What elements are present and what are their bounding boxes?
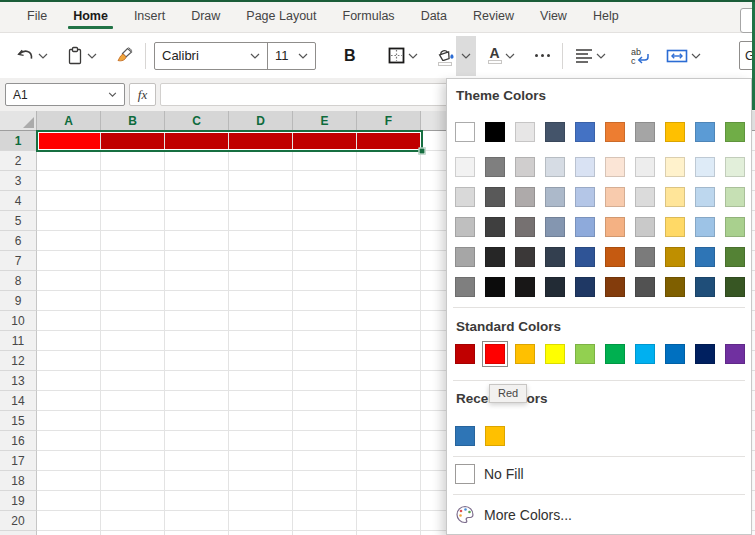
color-swatch-hovered[interactable]	[485, 344, 505, 364]
cell-c21[interactable]	[165, 531, 229, 535]
color-swatch[interactable]	[485, 217, 505, 237]
cell-d2[interactable]	[229, 151, 293, 171]
cell-a10[interactable]	[37, 311, 101, 331]
color-swatch[interactable]	[725, 217, 745, 237]
color-swatch[interactable]	[485, 187, 505, 207]
color-swatch[interactable]	[575, 217, 595, 237]
color-swatch[interactable]	[515, 344, 535, 364]
color-swatch[interactable]	[545, 122, 565, 142]
chevron-down-icon[interactable]	[108, 92, 117, 97]
color-swatch[interactable]	[485, 157, 505, 177]
cell-b12[interactable]	[101, 351, 165, 371]
tab-data[interactable]: Data	[408, 0, 460, 32]
cell-d10[interactable]	[229, 311, 293, 331]
cell-d19[interactable]	[229, 491, 293, 511]
color-swatch[interactable]	[665, 157, 685, 177]
cell-a11[interactable]	[37, 331, 101, 351]
color-swatch[interactable]	[545, 247, 565, 267]
cell-f9[interactable]	[357, 291, 421, 311]
cell-c16[interactable]	[165, 431, 229, 451]
color-swatch[interactable]	[665, 187, 685, 207]
cell-d14[interactable]	[229, 391, 293, 411]
color-swatch[interactable]	[635, 277, 655, 297]
column-header-c[interactable]: C	[165, 111, 229, 131]
paste-button[interactable]	[64, 38, 99, 74]
cell-b18[interactable]	[101, 471, 165, 491]
cell-b20[interactable]	[101, 511, 165, 531]
cell-d17[interactable]	[229, 451, 293, 471]
cell-f12[interactable]	[357, 351, 421, 371]
cell-b4[interactable]	[101, 191, 165, 211]
cell-e2[interactable]	[293, 151, 357, 171]
cell-a19[interactable]	[37, 491, 101, 511]
cell-c5[interactable]	[165, 211, 229, 231]
cell-b19[interactable]	[101, 491, 165, 511]
cell-d11[interactable]	[229, 331, 293, 351]
cell-c7[interactable]	[165, 251, 229, 271]
cell-b15[interactable]	[101, 411, 165, 431]
color-swatch[interactable]	[635, 122, 655, 142]
color-swatch[interactable]	[695, 247, 715, 267]
fill-color-icon[interactable]	[434, 46, 456, 66]
color-swatch[interactable]	[545, 157, 565, 177]
cell-a18[interactable]	[37, 471, 101, 491]
color-swatch[interactable]	[545, 187, 565, 207]
cell-d4[interactable]	[229, 191, 293, 211]
cell-b3[interactable]	[101, 171, 165, 191]
column-header-a[interactable]: A	[37, 111, 101, 131]
color-swatch[interactable]	[485, 277, 505, 297]
name-box[interactable]: A1	[5, 83, 125, 106]
cell-d9[interactable]	[229, 291, 293, 311]
cell-a3[interactable]	[37, 171, 101, 191]
more-colors-option[interactable]: More Colors...	[455, 505, 572, 524]
cell-f6[interactable]	[357, 231, 421, 251]
row-header-6[interactable]: 6	[0, 231, 37, 251]
color-swatch[interactable]	[635, 157, 655, 177]
wrap-text-button[interactable]: ab c	[628, 38, 652, 74]
color-swatch[interactable]	[635, 247, 655, 267]
merge-center-button[interactable]	[664, 38, 703, 74]
cell-e6[interactable]	[293, 231, 357, 251]
color-swatch[interactable]	[725, 344, 745, 364]
fx-button[interactable]: fx	[129, 83, 156, 106]
color-swatch[interactable]	[725, 247, 745, 267]
row-header-7[interactable]: 7	[0, 251, 37, 271]
color-swatch[interactable]	[695, 344, 715, 364]
cell-e18[interactable]	[293, 471, 357, 491]
tab-home[interactable]: Home	[60, 0, 121, 32]
color-swatch[interactable]	[695, 122, 715, 142]
cell-b16[interactable]	[101, 431, 165, 451]
tab-formulas[interactable]: Formulas	[330, 0, 408, 32]
cell-f11[interactable]	[357, 331, 421, 351]
cell-b6[interactable]	[101, 231, 165, 251]
cell-d12[interactable]	[229, 351, 293, 371]
color-swatch[interactable]	[605, 277, 625, 297]
color-swatch[interactable]	[665, 277, 685, 297]
cell-d15[interactable]	[229, 411, 293, 431]
cell-d3[interactable]	[229, 171, 293, 191]
row-header-2[interactable]: 2	[0, 151, 37, 171]
color-swatch[interactable]	[515, 157, 535, 177]
cell-c11[interactable]	[165, 331, 229, 351]
color-swatch[interactable]	[605, 247, 625, 267]
row-header-10[interactable]: 10	[0, 311, 37, 331]
cell-c20[interactable]	[165, 511, 229, 531]
color-swatch[interactable]	[515, 217, 535, 237]
color-swatch[interactable]	[635, 187, 655, 207]
chevron-down-icon[interactable]	[505, 53, 515, 59]
color-swatch[interactable]	[485, 426, 505, 446]
row-header-5[interactable]: 5	[0, 211, 37, 231]
cell-d21[interactable]	[229, 531, 293, 535]
chevron-down-icon[interactable]	[596, 53, 606, 59]
tab-view[interactable]: View	[527, 0, 580, 32]
row-header-19[interactable]: 19	[0, 491, 37, 511]
column-header-d[interactable]: D	[229, 111, 293, 131]
cell-a6[interactable]	[37, 231, 101, 251]
cell-c14[interactable]	[165, 391, 229, 411]
cell-c10[interactable]	[165, 311, 229, 331]
more-options-icon[interactable]	[531, 38, 554, 74]
tab-review[interactable]: Review	[460, 0, 527, 32]
color-swatch[interactable]	[485, 247, 505, 267]
cell-b8[interactable]	[101, 271, 165, 291]
cell-a17[interactable]	[37, 451, 101, 471]
